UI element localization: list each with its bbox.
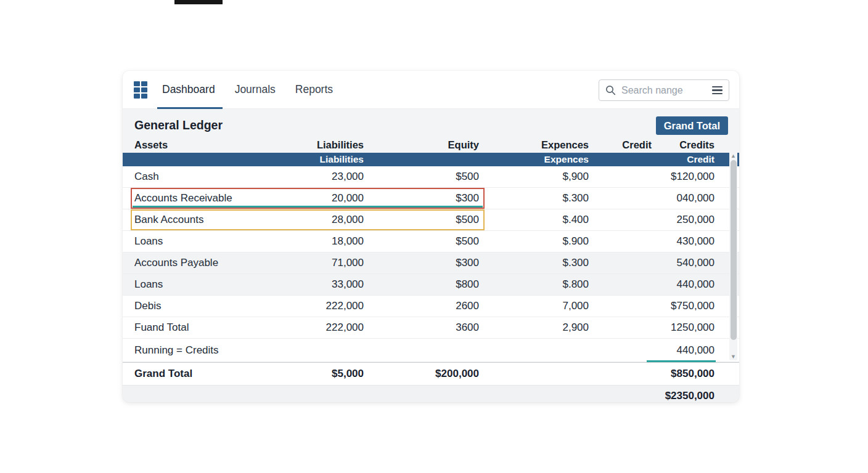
col-header-credit: Credit: [589, 139, 652, 151]
page-title: General Ledger: [134, 118, 223, 132]
col-header-assets: Assets: [134, 139, 253, 151]
cell-assets: Accounts Receivable: [134, 192, 253, 204]
cell-equity: $500: [364, 214, 479, 226]
col-header-credits: Credits: [652, 139, 714, 151]
table-row[interactable]: Loans18,000$500$.900430,000: [123, 231, 739, 253]
column-headers: Assets Liabilities Equity Expences Credi…: [123, 137, 739, 153]
cell-assets: Loans: [134, 278, 253, 291]
col-header-expences: Expences: [479, 139, 589, 151]
subheader-liabilities: Liabilities: [253, 154, 364, 165]
table-subheader: Liabilities Expences Credit: [123, 153, 739, 166]
cell-equity: 2600: [364, 300, 479, 312]
table-row[interactable]: Accounts Receivable20,000$300$.300040,00…: [123, 188, 739, 209]
scroll-down-arrow[interactable]: ▼: [729, 352, 737, 360]
cell-liabilities: $5,000: [253, 368, 364, 380]
nav-bar: Dashboard Journals Reports Search nange: [123, 71, 739, 109]
cell-credits: $850,000: [589, 368, 714, 380]
cell-assets: Running = Credits: [134, 344, 253, 357]
grand-total-row: Grand Total $5,000 $200,000 $850,000: [123, 362, 739, 386]
table-row[interactable]: Cash23,000$500$,900$120,000: [123, 166, 739, 188]
cell-assets: Cash: [134, 171, 253, 183]
cell-credits: 440,000: [589, 344, 714, 357]
cell-expences: $.400: [479, 214, 589, 226]
table-row[interactable]: Bank Accounts28,000$500$.400250,000: [123, 209, 739, 231]
col-header-equity: Equity: [364, 139, 479, 151]
cell-assets: Bank Accounts: [134, 214, 253, 226]
search-input[interactable]: Search nange: [599, 79, 729, 101]
scrollbar-thumb[interactable]: [731, 160, 737, 340]
cell-assets: Fuand Total: [134, 321, 253, 334]
app-window: Dashboard Journals Reports Search nange …: [123, 71, 739, 402]
subheader-expences: Expences: [479, 154, 589, 165]
cell-expences: 7,000: [479, 300, 589, 312]
cell-credits: 250,000: [589, 214, 714, 226]
col-header-liabilities: Liabilities: [253, 139, 364, 151]
cell-credits: $750,000: [589, 300, 714, 312]
subheader-credit: Credit: [652, 154, 714, 165]
vertical-scrollbar[interactable]: ▲ ▼: [729, 152, 737, 360]
table-row[interactable]: Loans33,000$800$.800440,000: [123, 274, 739, 296]
active-tab-underline: [157, 107, 223, 109]
cell-credits: 440,000: [589, 278, 714, 291]
cell-assets: Grand Total: [134, 368, 253, 380]
tab-reports[interactable]: Reports: [295, 83, 333, 96]
cell-expences: $.900: [479, 235, 589, 248]
cell-equity: $800: [364, 278, 479, 291]
ledger-header-band: General Ledger Grand Total Assets Liabil…: [123, 109, 739, 153]
search-placeholder: Search nange: [621, 85, 706, 96]
table-row[interactable]: Running = Credits440,000: [123, 339, 739, 362]
cell-equity: 3600: [364, 321, 479, 334]
cell-equity: $300: [364, 192, 479, 204]
cell-credits: 1250,000: [589, 321, 714, 334]
cell-expences: 2,900: [479, 321, 589, 334]
cell-liabilities: 28,000: [253, 214, 364, 226]
cell-credits: 040,000: [589, 192, 714, 204]
cell-equity: $500: [364, 171, 479, 183]
table-body: Cash23,000$500$,900$120,000Accounts Rece…: [123, 166, 739, 362]
cell-expences: $,900: [479, 171, 589, 183]
cell-expences: $.300: [479, 192, 589, 204]
search-icon: [605, 85, 616, 95]
app-grid-icon[interactable]: [134, 81, 147, 99]
cell-credits: 430,000: [589, 235, 714, 248]
cell-expences: $.300: [479, 257, 589, 269]
final-total-row: $2350,000: [123, 386, 739, 402]
cell-liabilities: 222,000: [253, 300, 364, 312]
cell-liabilities: 222,000: [253, 321, 364, 334]
cell-expences: $.800: [479, 278, 589, 291]
teal-underline: [647, 360, 716, 362]
cell-assets: Accounts Payable: [134, 257, 253, 269]
cell-liabilities: 23,000: [253, 171, 364, 183]
grand-total-button[interactable]: Grand Total: [656, 116, 728, 135]
top-accent-bar: [174, 0, 223, 4]
final-total-value: $2350,000: [589, 390, 714, 402]
menu-icon[interactable]: [712, 86, 723, 95]
cell-equity: $500: [364, 235, 479, 248]
cell-credits: 540,000: [589, 257, 714, 269]
cell-liabilities: 71,000: [253, 257, 364, 269]
cell-liabilities: 33,000: [253, 278, 364, 291]
cell-equity: $300: [364, 257, 479, 269]
table-row[interactable]: Accounts Payable71,000$300$.300540,000: [123, 253, 739, 274]
cell-liabilities: 20,000: [253, 192, 364, 204]
cell-assets: Debis: [134, 300, 253, 312]
scroll-up-arrow[interactable]: ▲: [729, 152, 737, 160]
cell-assets: Loans: [134, 235, 253, 248]
tab-journals[interactable]: Journals: [235, 83, 276, 96]
cell-liabilities: 18,000: [253, 235, 364, 248]
nav-tabs: Dashboard Journals Reports: [162, 83, 333, 96]
table-row[interactable]: Fuand Total222,00036002,9001250,000: [123, 317, 739, 339]
cell-equity: $200,000: [364, 368, 479, 380]
cell-credits: $120,000: [589, 171, 714, 183]
table-row[interactable]: Debis222,00026007,000$750,000: [123, 296, 739, 317]
tab-dashboard[interactable]: Dashboard: [162, 83, 215, 96]
